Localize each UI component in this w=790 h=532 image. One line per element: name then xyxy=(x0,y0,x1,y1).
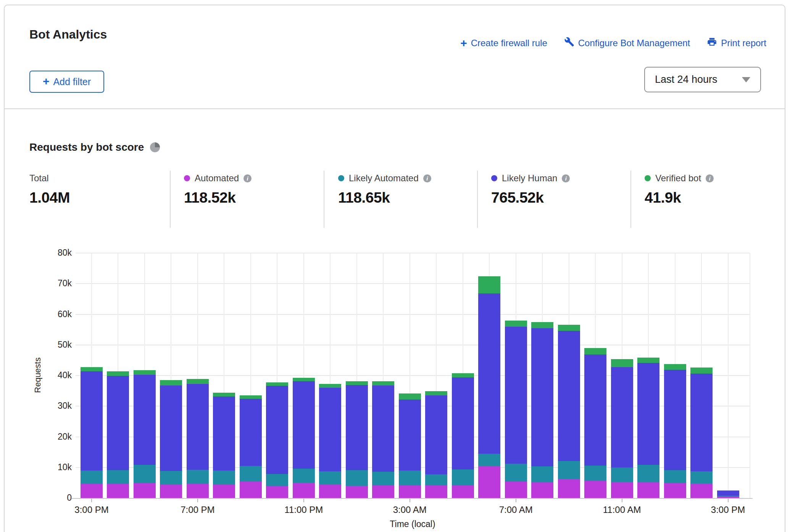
time-range-select[interactable]: Last 24 hours xyxy=(644,67,761,92)
bar-segment-likely-human[interactable] xyxy=(478,293,500,454)
bar-segment-verified-bot[interactable] xyxy=(319,384,341,388)
bar-segment-verified-bot[interactable] xyxy=(637,358,659,363)
bar-segment-automated[interactable] xyxy=(187,484,209,498)
bar-segment-verified-bot[interactable] xyxy=(584,348,606,355)
bar-segment-automated[interactable] xyxy=(425,485,447,498)
bar-segment-likely-automated[interactable] xyxy=(611,468,633,482)
bar-segment-automated[interactable] xyxy=(134,483,156,498)
bar-hour[interactable] xyxy=(266,382,288,498)
bar-hour[interactable] xyxy=(399,393,421,498)
bar-segment-verified-bot[interactable] xyxy=(478,276,500,293)
bar-segment-likely-automated[interactable] xyxy=(81,471,103,484)
bar-hour[interactable] xyxy=(717,490,739,498)
bar-segment-automated[interactable] xyxy=(266,486,288,498)
bar-segment-likely-human[interactable] xyxy=(187,384,209,470)
bar-segment-likely-automated[interactable] xyxy=(717,496,739,497)
bar-segment-likely-automated[interactable] xyxy=(531,466,553,482)
bar-segment-verified-bot[interactable] xyxy=(187,379,209,384)
bar-segment-automated[interactable] xyxy=(319,484,341,498)
bar-segment-likely-automated[interactable] xyxy=(584,466,606,481)
bar-hour[interactable] xyxy=(293,378,315,498)
bar-segment-likely-human[interactable] xyxy=(266,386,288,474)
bar-segment-likely-human[interactable] xyxy=(611,367,633,467)
bar-hour[interactable] xyxy=(240,395,262,498)
bar-hour[interactable] xyxy=(664,364,686,498)
bar-segment-likely-automated[interactable] xyxy=(266,474,288,486)
bar-segment-likely-automated[interactable] xyxy=(319,471,341,484)
bar-segment-automated[interactable] xyxy=(107,484,129,498)
bar-segment-likely-automated[interactable] xyxy=(372,472,394,485)
bar-segment-likely-automated[interactable] xyxy=(293,469,315,483)
bar-segment-automated[interactable] xyxy=(293,483,315,498)
info-icon[interactable]: i xyxy=(706,174,714,182)
bar-segment-likely-automated[interactable] xyxy=(664,470,686,483)
bar-segment-verified-bot[interactable] xyxy=(558,325,580,331)
bar-segment-likely-human[interactable] xyxy=(664,370,686,470)
bar-hour[interactable] xyxy=(584,348,606,498)
bar-hour[interactable] xyxy=(611,359,633,498)
bar-segment-verified-bot[interactable] xyxy=(293,378,315,381)
bar-segment-likely-automated[interactable] xyxy=(637,465,659,483)
configure-bot-management-link[interactable]: Configure Bot Management xyxy=(564,37,690,49)
bar-segment-likely-automated[interactable] xyxy=(690,471,713,484)
bar-segment-likely-automated[interactable] xyxy=(213,471,235,485)
bar-hour[interactable] xyxy=(690,368,713,498)
bar-segment-likely-human[interactable] xyxy=(637,363,659,464)
bar-segment-likely-human[interactable] xyxy=(558,331,580,461)
bar-segment-likely-human[interactable] xyxy=(240,399,262,466)
bar-hour[interactable] xyxy=(187,379,209,498)
bar-hour[interactable] xyxy=(107,371,129,498)
print-report-link[interactable]: Print report xyxy=(707,37,766,49)
bar-segment-likely-automated[interactable] xyxy=(505,464,527,482)
bar-segment-likely-human[interactable] xyxy=(717,491,739,496)
bar-segment-likely-automated[interactable] xyxy=(399,471,421,486)
bar-hour[interactable] xyxy=(531,322,553,498)
bar-segment-verified-bot[interactable] xyxy=(505,321,527,327)
bar-segment-likely-human[interactable] xyxy=(452,377,474,469)
bar-segment-automated[interactable] xyxy=(399,485,421,498)
bar-segment-likely-automated[interactable] xyxy=(107,470,129,484)
bar-hour[interactable] xyxy=(372,381,394,498)
bar-segment-likely-human[interactable] xyxy=(425,395,447,474)
bar-segment-verified-bot[interactable] xyxy=(240,395,262,399)
bar-hour[interactable] xyxy=(425,391,447,498)
bar-segment-likely-human[interactable] xyxy=(107,376,129,470)
bar-segment-verified-bot[interactable] xyxy=(452,373,474,377)
bar-segment-automated[interactable] xyxy=(452,485,474,498)
bar-segment-likely-human[interactable] xyxy=(399,400,421,471)
bar-hour[interactable] xyxy=(558,325,580,498)
bar-hour[interactable] xyxy=(346,381,368,498)
bar-segment-automated[interactable] xyxy=(637,482,659,498)
bar-segment-automated[interactable] xyxy=(213,485,235,498)
bar-segment-likely-automated[interactable] xyxy=(558,461,580,479)
bar-segment-verified-bot[interactable] xyxy=(372,381,394,385)
bar-segment-automated[interactable] xyxy=(531,482,553,498)
bar-segment-verified-bot[interactable] xyxy=(213,393,235,397)
bar-segment-automated[interactable] xyxy=(664,483,686,498)
bar-segment-automated[interactable] xyxy=(372,485,394,498)
bar-segment-likely-automated[interactable] xyxy=(187,470,209,484)
bar-segment-likely-human[interactable] xyxy=(293,381,315,469)
bar-hour[interactable] xyxy=(81,367,103,498)
bar-segment-automated[interactable] xyxy=(690,484,713,498)
bar-segment-verified-bot[interactable] xyxy=(531,322,553,329)
bar-segment-likely-human[interactable] xyxy=(346,385,368,470)
bar-segment-automated[interactable] xyxy=(240,482,262,498)
bar-hour[interactable] xyxy=(505,321,527,498)
bar-segment-verified-bot[interactable] xyxy=(107,371,129,376)
bar-segment-verified-bot[interactable] xyxy=(81,367,103,371)
bar-segment-likely-automated[interactable] xyxy=(346,470,368,486)
bar-segment-likely-automated[interactable] xyxy=(134,465,156,483)
bar-segment-likely-human[interactable] xyxy=(372,385,394,472)
add-filter-button[interactable]: + Add filter xyxy=(29,71,104,93)
bar-segment-likely-human[interactable] xyxy=(690,374,713,471)
bar-segment-likely-human[interactable] xyxy=(505,327,527,464)
bar-segment-likely-human[interactable] xyxy=(134,375,156,464)
bar-hour[interactable] xyxy=(319,384,341,498)
bar-segment-verified-bot[interactable] xyxy=(717,490,739,491)
bar-segment-automated[interactable] xyxy=(81,484,103,498)
bar-segment-automated[interactable] xyxy=(160,485,182,498)
info-icon[interactable]: i xyxy=(423,174,431,182)
bar-segment-automated[interactable] xyxy=(558,479,580,498)
bar-hour[interactable] xyxy=(160,380,182,498)
